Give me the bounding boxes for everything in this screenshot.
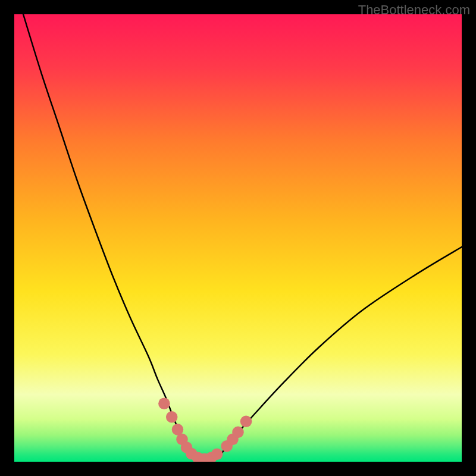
plot-area <box>14 14 462 462</box>
chart-frame: TheBottleneck.com <box>0 0 476 476</box>
data-marker <box>158 397 170 409</box>
data-marker <box>166 411 178 423</box>
watermark-text: TheBottleneck.com <box>358 2 470 18</box>
chart-svg <box>14 14 462 462</box>
data-marker <box>211 448 223 460</box>
data-marker <box>232 427 244 439</box>
chart-background <box>14 14 462 462</box>
data-marker <box>240 416 252 428</box>
